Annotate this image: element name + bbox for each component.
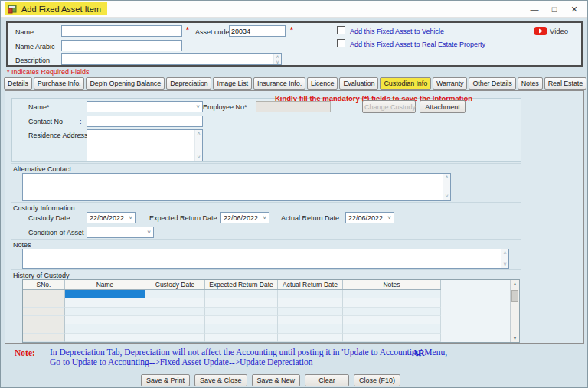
tab-warranty[interactable]: Warranty	[433, 77, 467, 90]
tab-real-estate[interactable]: Real Estate	[544, 77, 586, 90]
grid-cell[interactable]	[145, 316, 205, 324]
grid-cell[interactable]	[65, 316, 145, 324]
close-f10-button[interactable]: Close (F10)	[354, 374, 400, 386]
residence-address-textarea[interactable]: ˄ ˅	[87, 129, 203, 161]
save-and-print-button[interactable]: Save & Print	[141, 374, 190, 386]
scrollbar-thumb[interactable]	[511, 290, 518, 302]
name-arabic-input[interactable]	[61, 40, 182, 51]
grid-cell[interactable]	[65, 298, 145, 307]
scroll-up-icon[interactable]: ˄	[197, 131, 200, 136]
grid-cell[interactable]	[205, 290, 278, 298]
table-row[interactable]	[23, 290, 441, 298]
tab-notes[interactable]: Notes	[518, 77, 543, 90]
selected-cell[interactable]	[65, 290, 145, 298]
scroll-up-icon[interactable]: ˄	[503, 250, 506, 256]
vehicle-checkbox[interactable]	[337, 26, 345, 34]
column-header-custody-date[interactable]: Custody Date	[145, 280, 205, 289]
close-icon[interactable]: ✕	[564, 5, 584, 15]
grid-cell[interactable]	[145, 324, 205, 333]
tab-licence[interactable]: Licence	[307, 77, 338, 90]
clear-button[interactable]: Clear	[305, 374, 349, 386]
change-custody-button[interactable]: Change Custody	[362, 100, 416, 113]
ar-language-link[interactable]: AR	[412, 348, 425, 357]
minimize-icon[interactable]: —	[524, 5, 544, 14]
grid-cell[interactable]	[65, 334, 145, 342]
attachment-button[interactable]: Attachment	[420, 100, 466, 113]
textarea-scroll-arrows[interactable]: ˄ ˅	[443, 174, 450, 200]
chevron-down-icon[interactable]: ˅	[387, 215, 391, 221]
grid-cell[interactable]	[343, 316, 441, 324]
tab-other-details[interactable]: Other Details	[469, 77, 515, 90]
scroll-up-icon[interactable]: ˄	[445, 174, 448, 180]
grid-cell[interactable]	[343, 334, 441, 342]
name-input[interactable]	[61, 25, 182, 37]
contact-no-input[interactable]	[87, 116, 203, 127]
video-button[interactable]: Video	[534, 27, 568, 35]
grid-cell[interactable]	[205, 316, 278, 324]
grid-cell[interactable]	[278, 308, 343, 316]
vertical-scrollbar[interactable]: ▲ ▼	[510, 280, 519, 342]
save-and-close-button[interactable]: Save & Close	[194, 374, 247, 386]
grid-cell[interactable]	[205, 324, 278, 333]
scroll-up-icon[interactable]: ˄	[276, 54, 279, 60]
tab-purchase-info[interactable]: Purchase Info.	[34, 77, 85, 90]
grid-cell[interactable]	[278, 298, 343, 307]
custodian-notes-textarea[interactable]: ˄ ˅	[22, 249, 509, 269]
grid-cell[interactable]	[23, 298, 65, 307]
column-header-sno[interactable]: SNo.	[23, 280, 65, 289]
column-header-actual-return-date[interactable]: Actual Return Date	[278, 280, 343, 289]
chevron-down-icon[interactable]: ˅	[196, 104, 200, 110]
real-estate-checkbox[interactable]	[337, 39, 345, 47]
grid-cell[interactable]	[205, 334, 278, 342]
grid-cell[interactable]	[65, 308, 145, 316]
scrollbar-up-icon[interactable]: ▲	[513, 282, 518, 286]
textarea-scroll-arrows[interactable]: ˄ ˅	[273, 54, 281, 64]
grid-cell[interactable]	[343, 308, 441, 316]
tab-insurance-info[interactable]: Insurance Info.	[253, 77, 305, 90]
grid-cell[interactable]	[23, 334, 65, 342]
table-row[interactable]	[23, 316, 441, 324]
chevron-down-icon[interactable]: ˅	[147, 230, 151, 236]
tab-depreciation[interactable]: Depreciation	[166, 77, 211, 90]
alternative-contact-textarea[interactable]: ˄ ˅	[22, 173, 451, 201]
custodian-name-combobox[interactable]: ˅	[87, 101, 203, 112]
grid-cell[interactable]	[23, 316, 65, 324]
chevron-down-icon[interactable]: ˅	[263, 215, 266, 221]
grid-cell[interactable]	[145, 290, 205, 298]
grid-cell[interactable]	[145, 308, 205, 316]
tab-evaluation[interactable]: Evaluation	[339, 77, 378, 90]
grid-cell[interactable]	[23, 290, 65, 298]
grid-cell[interactable]	[278, 290, 343, 298]
grid-cell[interactable]	[278, 324, 343, 333]
column-header-expected-return-date[interactable]: Expected Return Date	[205, 280, 278, 289]
scroll-down-icon[interactable]: ˅	[276, 60, 279, 65]
asset-code-input[interactable]	[229, 25, 286, 37]
tab-details[interactable]: Details	[4, 77, 32, 90]
scroll-down-icon[interactable]: ˅	[503, 262, 506, 267]
column-header-notes[interactable]: Notes	[343, 280, 441, 289]
custody-date-picker[interactable]: 22/06/2022 ˅	[87, 212, 136, 223]
grid-cell[interactable]	[205, 298, 278, 307]
textarea-scroll-arrows[interactable]: ˄ ˅	[501, 249, 508, 268]
expected-return-date-picker[interactable]: 22/06/2022 ˅	[220, 212, 270, 223]
grid-cell[interactable]	[145, 334, 205, 342]
grid-cell[interactable]	[278, 316, 343, 324]
description-textarea[interactable]: ˄ ˅	[61, 53, 282, 65]
grid-cell[interactable]	[23, 324, 65, 333]
scroll-down-icon[interactable]: ˅	[197, 155, 200, 160]
column-header-name[interactable]: Name	[65, 280, 145, 289]
table-row[interactable]	[23, 324, 441, 333]
save-and-new-button[interactable]: Save & New	[252, 374, 301, 386]
scroll-down-icon[interactable]: ˅	[445, 194, 448, 199]
table-row[interactable]	[23, 298, 441, 307]
table-row[interactable]	[23, 334, 441, 342]
chevron-down-icon[interactable]: ˅	[129, 215, 132, 221]
actual-return-date-picker[interactable]: 22/06/2022 ˅	[345, 212, 394, 223]
grid-cell[interactable]	[65, 324, 145, 333]
table-row[interactable]	[23, 308, 441, 316]
textarea-scroll-arrows[interactable]: ˄ ˅	[194, 130, 202, 161]
grid-cell[interactable]	[343, 290, 441, 298]
grid-cell[interactable]	[205, 308, 278, 316]
scrollbar-down-icon[interactable]: ▼	[513, 336, 518, 341]
maximize-icon[interactable]: □	[544, 5, 564, 14]
